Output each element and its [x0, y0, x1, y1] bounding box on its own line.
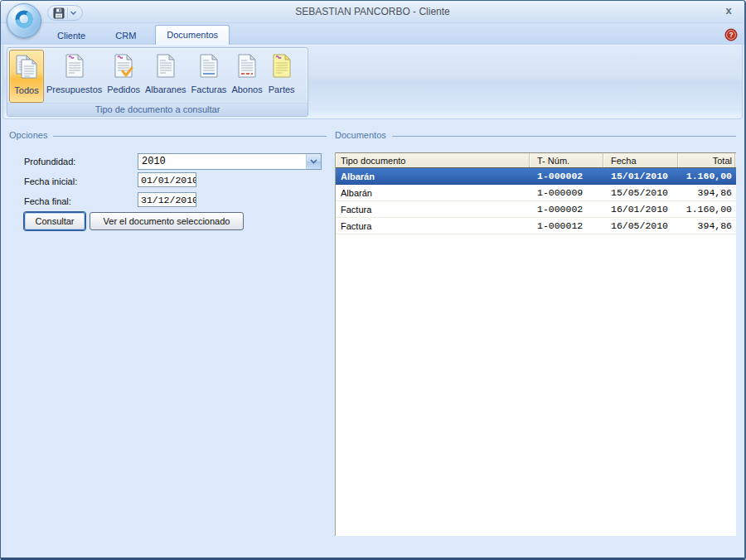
- svg-text:?: ?: [729, 31, 733, 39]
- options-caption-label: Opciones: [9, 130, 47, 140]
- tab-documentos[interactable]: Documentos: [155, 25, 230, 45]
- tab-cliente[interactable]: Cliente: [46, 27, 96, 45]
- close-button[interactable]: x: [722, 4, 735, 17]
- profundidad-combobox[interactable]: 2010: [138, 153, 322, 170]
- documents-table: Tipo documento T- Núm. Fecha Total Albar…: [335, 152, 736, 536]
- cell-num: 1-000012: [530, 218, 603, 234]
- cell-num: 1-000009: [530, 185, 603, 200]
- save-icon[interactable]: [53, 7, 65, 19]
- column-header-fecha[interactable]: Fecha: [603, 153, 678, 167]
- documents-group-caption: Documentos: [335, 130, 736, 140]
- ribbon-button-partes[interactable]: Partes: [265, 50, 298, 103]
- profundidad-label: Profundidad:: [24, 157, 75, 167]
- cell-tipo: Factura: [336, 201, 530, 217]
- app-logo-ring-icon: [13, 8, 35, 33]
- ribbon-button-todos[interactable]: Todos: [9, 50, 44, 103]
- consultar-button[interactable]: Consultar: [24, 212, 85, 230]
- ribbon-button-label: Albaranes: [145, 84, 186, 94]
- cell-tipo: Factura: [336, 218, 530, 234]
- column-header-num[interactable]: T- Núm.: [530, 153, 603, 167]
- document-quote-icon: [61, 52, 89, 83]
- table-row[interactable]: Factura 1-000012 16/05/2010 394,86: [336, 218, 736, 234]
- ribbon-tab-row: Cliente CRM Documentos: [1, 23, 744, 45]
- cell-fecha: 15/01/2010: [603, 168, 678, 184]
- app-menu-button[interactable]: [7, 3, 41, 38]
- fecha-inicial-label: Fecha inicial:: [24, 176, 77, 186]
- app-window: SEBASTIAN PANCORBO - Cliente x: [0, 0, 746, 560]
- cell-num: 1-000002: [530, 201, 603, 217]
- options-group-caption: Opciones: [9, 130, 327, 140]
- qat-dropdown-icon[interactable]: [67, 7, 76, 18]
- table-header-row: Tipo documento T- Núm. Fecha Total: [336, 152, 736, 168]
- ribbon-group-caption: Tipo de documento a consultar: [7, 103, 308, 116]
- table-row[interactable]: Albarán 1-000002 15/01/2010 1.160,00: [336, 168, 736, 185]
- cell-fecha: 16/01/2010: [603, 201, 678, 217]
- ribbon-button-label: Partes: [269, 84, 295, 94]
- profundidad-value: 2010: [138, 154, 306, 169]
- ribbon-button-abonos[interactable]: Abonos: [229, 50, 264, 103]
- document-credit-icon: [233, 52, 261, 83]
- tab-crm[interactable]: CRM: [104, 27, 147, 45]
- document-order-icon: [109, 52, 138, 83]
- window-title: SEBASTIAN PANCORBO - Cliente: [1, 6, 744, 17]
- caption-rule: [53, 136, 327, 137]
- ribbon-button-albaranes[interactable]: Albaranes: [143, 50, 189, 103]
- ribbon-group-document-types: Todos Presupuestos: [7, 47, 308, 117]
- cell-total: 394,86: [678, 185, 735, 200]
- ribbon-button-pedidos[interactable]: Pedidos: [104, 50, 143, 103]
- cell-total: 1.160,00: [678, 201, 735, 217]
- caption-rule: [392, 136, 736, 137]
- quick-access-toolbar: [47, 5, 83, 21]
- chevron-down-icon[interactable]: [306, 154, 321, 169]
- documents-caption-label: Documentos: [335, 130, 386, 140]
- ribbon-button-label: Todos: [14, 85, 38, 95]
- fecha-final-label: Fecha final:: [24, 196, 71, 206]
- fecha-inicial-input[interactable]: [138, 172, 196, 187]
- ribbon: Todos Presupuestos: [2, 45, 743, 119]
- document-delivery-icon: [152, 52, 180, 83]
- ribbon-button-presupuestos[interactable]: Presupuestos: [44, 50, 104, 103]
- title-bar: SEBASTIAN PANCORBO - Cliente x: [1, 1, 744, 23]
- cell-fecha: 16/05/2010: [603, 218, 678, 234]
- cell-total: 1.160,00: [678, 168, 735, 184]
- cell-tipo: Albarán: [336, 168, 530, 184]
- document-report-icon: [268, 52, 296, 83]
- cell-num: 1-000002: [530, 168, 603, 184]
- cell-tipo: Albarán: [336, 185, 530, 200]
- ribbon-button-facturas[interactable]: Facturas: [189, 50, 230, 103]
- documents-all-icon: [12, 53, 41, 84]
- column-header-total[interactable]: Total: [678, 153, 735, 167]
- help-icon[interactable]: ?: [724, 28, 738, 41]
- ribbon-button-label: Abonos: [231, 84, 262, 94]
- table-row[interactable]: Factura 1-000002 16/01/2010 1.160,00: [336, 201, 736, 218]
- table-row[interactable]: Albarán 1-000009 15/05/2010 394,86: [336, 185, 736, 201]
- ribbon-button-label: Facturas: [191, 84, 227, 94]
- document-invoice-icon: [195, 52, 223, 83]
- ribbon-group-buttons: Todos Presupuestos: [7, 48, 308, 103]
- cell-total: 394,86: [678, 218, 735, 234]
- ribbon-button-label: Pedidos: [107, 84, 140, 94]
- fecha-final-input[interactable]: [138, 192, 196, 207]
- cell-fecha: 15/05/2010: [603, 185, 678, 200]
- ribbon-button-label: Presupuestos: [46, 84, 102, 94]
- column-header-tipo-documento[interactable]: Tipo documento: [336, 153, 530, 167]
- ver-documento-button[interactable]: Ver el documento seleccionado: [90, 212, 244, 230]
